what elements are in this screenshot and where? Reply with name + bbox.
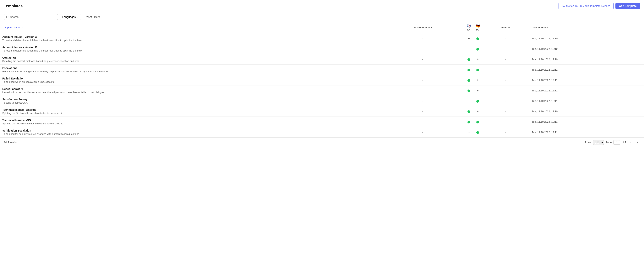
de-lang-cell — [473, 44, 482, 54]
switch-icon — [562, 4, 565, 8]
more-options-button[interactable]: ⋮ — [636, 78, 642, 83]
template-name[interactable]: Escalations — [2, 66, 378, 70]
en-dot — [468, 58, 470, 61]
template-name[interactable]: Satisfaction Survey — [2, 98, 378, 101]
more-options-button[interactable]: ⋮ — [636, 67, 642, 72]
template-name[interactable]: Account Issues - Version B — [2, 46, 378, 49]
col-template-name[interactable]: Template name ▲ — [0, 22, 381, 33]
de-dot — [476, 38, 479, 40]
modified-cell: Tue, 11.10.2022, 12:11 — [530, 127, 634, 138]
en-lang-cell: + — [464, 127, 473, 138]
next-page-button[interactable] — [635, 140, 640, 145]
col-linked-in-replies: Linked in replies — [381, 22, 464, 33]
more-options-cell: ⋮ — [634, 117, 644, 127]
de-lang-cell: + — [473, 86, 482, 96]
template-name[interactable]: Account Issues - Version A — [2, 35, 378, 38]
en-plus[interactable]: + — [467, 99, 470, 103]
en-lang-cell — [464, 106, 473, 117]
template-name[interactable]: Reset Password — [2, 88, 378, 90]
templates-table: Template name ▲ Linked in replies 🇬🇧 EN … — [0, 22, 644, 138]
linked-cell: - — [381, 117, 464, 127]
switch-template-button[interactable]: Switch To Previous Template Replies — [558, 3, 614, 9]
modified-cell: Tue, 11.10.2022, 12:10 — [530, 33, 634, 44]
actions-cell: - — [482, 96, 530, 106]
de-lang-cell: + — [473, 75, 482, 86]
template-desc: To send to collect CSAT — [2, 101, 378, 104]
search-input[interactable] — [10, 16, 56, 18]
de-dot — [476, 121, 479, 124]
more-options-cell: ⋮ — [634, 33, 644, 44]
table-row: Failed Escalation To be used when an esc… — [0, 75, 644, 86]
prev-page-button[interactable] — [628, 140, 633, 145]
more-options-button[interactable]: ⋮ — [636, 36, 642, 41]
de-plus[interactable]: + — [476, 89, 480, 92]
de-dot — [476, 100, 479, 102]
filter-bar: Languages Reset Filters — [0, 12, 644, 22]
template-name[interactable]: Verification Escalation — [2, 129, 378, 132]
modified-cell: Tue, 11.10.2022, 12:10 — [530, 54, 634, 64]
template-name[interactable]: Failed Escalation — [2, 77, 378, 80]
linked-cell: - — [381, 127, 464, 138]
en-lang-cell — [464, 117, 473, 127]
linked-cell: - — [381, 75, 464, 86]
actions-cell: - — [482, 54, 530, 64]
results-count: 10 Results — [4, 141, 16, 144]
template-name[interactable]: Contact Us — [2, 56, 378, 59]
chevron-left-icon — [629, 141, 632, 144]
en-dot — [468, 121, 470, 124]
actions-cell: - — [482, 127, 530, 138]
more-options-button[interactable]: ⋮ — [636, 98, 642, 104]
template-desc: To test and determine which has the best… — [2, 39, 378, 42]
page-input[interactable] — [613, 140, 620, 145]
en-lang-cell — [464, 54, 473, 64]
en-plus[interactable]: + — [467, 130, 470, 134]
template-name[interactable]: Technical Issues - Android — [2, 108, 378, 111]
more-options-button[interactable]: ⋮ — [636, 120, 642, 124]
en-plus[interactable]: + — [467, 37, 470, 40]
table-row: Satisfaction Survey To send to collect C… — [0, 96, 644, 106]
modified-cell: Tue, 11.10.2022, 12:11 — [530, 117, 634, 127]
de-plus[interactable]: + — [476, 110, 480, 113]
en-lang-cell — [464, 64, 473, 75]
template-name[interactable]: Technical Issues - iOS — [2, 119, 378, 122]
de-lang-cell — [473, 96, 482, 106]
template-desc: To test and determine which has the best… — [2, 49, 378, 52]
rows-per-page-select[interactable]: 200 100 50 — [593, 140, 604, 145]
more-options-cell: ⋮ — [634, 86, 644, 96]
languages-filter-button[interactable]: Languages — [60, 14, 81, 20]
de-dot — [476, 69, 479, 71]
en-dot — [468, 69, 470, 71]
de-lang-cell — [473, 64, 482, 75]
actions-cell: - — [482, 33, 530, 44]
en-plus[interactable]: + — [467, 47, 470, 51]
table-row: Technical Issues - iOS Splitting the Tec… — [0, 117, 644, 127]
de-plus[interactable]: + — [476, 78, 480, 82]
more-options-button[interactable]: ⋮ — [636, 57, 642, 62]
more-options-button[interactable]: ⋮ — [636, 88, 642, 93]
linked-cell: - — [381, 64, 464, 75]
top-bar: Templates Switch To Previous Template Re… — [0, 0, 644, 12]
pagination: Rows 200 100 50 Page of 1 — [585, 140, 640, 145]
more-options-button[interactable]: ⋮ — [636, 46, 642, 52]
de-plus[interactable]: + — [476, 58, 480, 61]
col-last-modified: Last modified — [530, 22, 634, 33]
more-options-button[interactable]: ⋮ — [636, 130, 642, 135]
reset-filters-button[interactable]: Reset Filters — [83, 14, 102, 20]
modified-cell: Tue, 11.10.2022, 12:11 — [530, 86, 634, 96]
modified-cell: Tue, 11.10.2022, 12:11 — [530, 96, 634, 106]
more-options-cell: ⋮ — [634, 44, 644, 54]
chevron-down-icon — [76, 16, 79, 18]
template-name-cell: Verification Escalation To be used for s… — [0, 127, 381, 138]
search-wrapper — [4, 14, 58, 20]
add-template-button[interactable]: Add Template — [616, 3, 640, 9]
search-icon — [6, 16, 9, 18]
more-options-button[interactable]: ⋮ — [636, 109, 642, 114]
linked-cell: - — [381, 86, 464, 96]
col-actions: Actions — [482, 22, 530, 33]
rows-label: Rows — [585, 141, 592, 144]
en-lang-cell — [464, 86, 473, 96]
modified-cell: Tue, 11.10.2022, 12:10 — [530, 44, 634, 54]
actions-cell: - — [482, 75, 530, 86]
linked-cell: - — [381, 106, 464, 117]
template-name-cell: Reset Password Linked to from account is… — [0, 86, 381, 96]
